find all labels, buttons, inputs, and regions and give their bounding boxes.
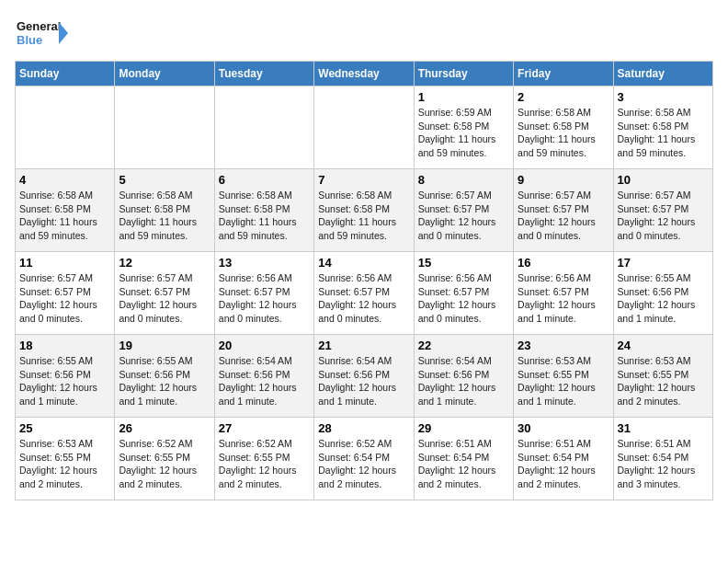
day-info: Sunrise: 6:58 AM Sunset: 6:58 PM Dayligh…	[219, 189, 310, 243]
day-number: 1	[418, 90, 509, 104]
calendar-cell: 29Sunrise: 6:51 AM Sunset: 6:54 PM Dayli…	[414, 418, 513, 500]
day-info: Sunrise: 6:52 AM Sunset: 6:54 PM Dayligh…	[318, 437, 409, 491]
day-number: 22	[418, 339, 509, 352]
day-info: Sunrise: 6:51 AM Sunset: 6:54 PM Dayligh…	[518, 437, 609, 491]
day-number: 18	[19, 339, 110, 352]
calendar-cell: 2Sunrise: 6:58 AM Sunset: 6:58 PM Daylig…	[514, 86, 613, 169]
day-number: 3	[618, 90, 709, 104]
calendar-cell: 18Sunrise: 6:55 AM Sunset: 6:56 PM Dayli…	[16, 335, 115, 418]
calendar-cell: 27Sunrise: 6:52 AM Sunset: 6:55 PM Dayli…	[214, 418, 313, 500]
day-info: Sunrise: 6:55 AM Sunset: 6:56 PM Dayligh…	[618, 271, 709, 326]
calendar-cell	[314, 86, 414, 169]
calendar-cell: 3Sunrise: 6:58 AM Sunset: 6:58 PM Daylig…	[613, 86, 712, 169]
calendar-cell	[214, 86, 313, 169]
day-info: Sunrise: 6:56 AM Sunset: 6:57 PM Dayligh…	[219, 271, 310, 326]
day-number: 26	[119, 421, 210, 435]
day-info: Sunrise: 6:53 AM Sunset: 6:55 PM Dayligh…	[618, 354, 709, 408]
day-info: Sunrise: 6:55 AM Sunset: 6:56 PM Dayligh…	[119, 354, 210, 408]
calendar-cell: 12Sunrise: 6:57 AM Sunset: 6:57 PM Dayli…	[115, 252, 214, 335]
day-info: Sunrise: 6:51 AM Sunset: 6:54 PM Dayligh…	[618, 437, 709, 491]
day-info: Sunrise: 6:54 AM Sunset: 6:56 PM Dayligh…	[219, 354, 310, 408]
day-number: 4	[19, 173, 110, 187]
calendar-cell: 10Sunrise: 6:57 AM Sunset: 6:57 PM Dayli…	[613, 169, 712, 252]
calendar-cell: 21Sunrise: 6:54 AM Sunset: 6:56 PM Dayli…	[314, 335, 414, 418]
weekday-monday: Monday	[115, 62, 214, 86]
calendar-cell: 5Sunrise: 6:58 AM Sunset: 6:58 PM Daylig…	[115, 169, 214, 252]
calendar-cell	[16, 86, 115, 169]
day-info: Sunrise: 6:59 AM Sunset: 6:58 PM Dayligh…	[418, 106, 509, 160]
day-number: 7	[318, 173, 409, 187]
calendar-cell: 13Sunrise: 6:56 AM Sunset: 6:57 PM Dayli…	[214, 252, 313, 335]
day-number: 14	[318, 256, 409, 270]
day-info: Sunrise: 6:58 AM Sunset: 6:58 PM Dayligh…	[518, 106, 609, 160]
day-info: Sunrise: 6:58 AM Sunset: 6:58 PM Dayligh…	[318, 189, 409, 243]
calendar-week-4: 18Sunrise: 6:55 AM Sunset: 6:56 PM Dayli…	[16, 335, 713, 418]
day-number: 23	[518, 339, 609, 352]
calendar-week-1: 1Sunrise: 6:59 AM Sunset: 6:58 PM Daylig…	[16, 86, 713, 169]
day-info: Sunrise: 6:57 AM Sunset: 6:57 PM Dayligh…	[119, 271, 210, 326]
day-info: Sunrise: 6:56 AM Sunset: 6:57 PM Dayligh…	[418, 271, 509, 326]
calendar-table: SundayMondayTuesdayWednesdayThursdayFrid…	[15, 61, 713, 500]
day-number: 31	[618, 421, 709, 435]
calendar-week-5: 25Sunrise: 6:53 AM Sunset: 6:55 PM Dayli…	[16, 418, 713, 500]
calendar-cell: 22Sunrise: 6:54 AM Sunset: 6:56 PM Dayli…	[414, 335, 513, 418]
day-number: 30	[518, 421, 609, 435]
day-info: Sunrise: 6:52 AM Sunset: 6:55 PM Dayligh…	[219, 437, 310, 491]
day-number: 8	[418, 173, 509, 187]
day-number: 17	[618, 256, 709, 270]
day-info: Sunrise: 6:53 AM Sunset: 6:55 PM Dayligh…	[19, 437, 110, 491]
calendar-cell: 4Sunrise: 6:58 AM Sunset: 6:58 PM Daylig…	[16, 169, 115, 252]
logo: GeneralBlue	[15, 15, 70, 52]
weekday-tuesday: Tuesday	[214, 62, 313, 86]
weekday-saturday: Saturday	[613, 62, 712, 86]
day-number: 9	[518, 173, 609, 187]
calendar-cell: 26Sunrise: 6:52 AM Sunset: 6:55 PM Dayli…	[115, 418, 214, 500]
day-info: Sunrise: 6:57 AM Sunset: 6:57 PM Dayligh…	[19, 271, 110, 326]
calendar-body: 1Sunrise: 6:59 AM Sunset: 6:58 PM Daylig…	[16, 86, 713, 500]
day-number: 19	[119, 339, 210, 352]
day-number: 12	[119, 256, 210, 270]
day-number: 21	[318, 339, 409, 352]
weekday-sunday: Sunday	[16, 62, 115, 86]
day-number: 5	[119, 173, 210, 187]
calendar-cell: 19Sunrise: 6:55 AM Sunset: 6:56 PM Dayli…	[115, 335, 214, 418]
calendar-cell: 31Sunrise: 6:51 AM Sunset: 6:54 PM Dayli…	[613, 418, 712, 500]
day-info: Sunrise: 6:57 AM Sunset: 6:57 PM Dayligh…	[618, 189, 709, 243]
day-number: 2	[518, 90, 609, 104]
day-number: 16	[518, 256, 609, 270]
calendar-cell: 9Sunrise: 6:57 AM Sunset: 6:57 PM Daylig…	[514, 169, 613, 252]
day-number: 29	[418, 421, 509, 435]
day-info: Sunrise: 6:55 AM Sunset: 6:56 PM Dayligh…	[19, 354, 110, 408]
day-number: 11	[19, 256, 110, 270]
calendar-cell: 28Sunrise: 6:52 AM Sunset: 6:54 PM Dayli…	[314, 418, 414, 500]
day-info: Sunrise: 6:57 AM Sunset: 6:57 PM Dayligh…	[418, 189, 509, 243]
weekday-friday: Friday	[514, 62, 613, 86]
day-info: Sunrise: 6:54 AM Sunset: 6:56 PM Dayligh…	[418, 354, 509, 408]
day-info: Sunrise: 6:53 AM Sunset: 6:55 PM Dayligh…	[518, 354, 609, 408]
calendar-cell: 30Sunrise: 6:51 AM Sunset: 6:54 PM Dayli…	[514, 418, 613, 500]
calendar-cell: 16Sunrise: 6:56 AM Sunset: 6:57 PM Dayli…	[514, 252, 613, 335]
calendar-cell: 23Sunrise: 6:53 AM Sunset: 6:55 PM Dayli…	[514, 335, 613, 418]
weekday-header-row: SundayMondayTuesdayWednesdayThursdayFrid…	[16, 62, 713, 86]
calendar-cell: 7Sunrise: 6:58 AM Sunset: 6:58 PM Daylig…	[314, 169, 414, 252]
day-info: Sunrise: 6:58 AM Sunset: 6:58 PM Dayligh…	[119, 189, 210, 243]
day-info: Sunrise: 6:56 AM Sunset: 6:57 PM Dayligh…	[518, 271, 609, 326]
day-info: Sunrise: 6:56 AM Sunset: 6:57 PM Dayligh…	[318, 271, 409, 326]
calendar-cell: 14Sunrise: 6:56 AM Sunset: 6:57 PM Dayli…	[314, 252, 414, 335]
calendar-cell: 6Sunrise: 6:58 AM Sunset: 6:58 PM Daylig…	[214, 169, 313, 252]
calendar-cell: 20Sunrise: 6:54 AM Sunset: 6:56 PM Dayli…	[214, 335, 313, 418]
day-info: Sunrise: 6:52 AM Sunset: 6:55 PM Dayligh…	[119, 437, 210, 491]
day-number: 25	[19, 421, 110, 435]
day-number: 27	[219, 421, 310, 435]
svg-marker-2	[59, 22, 68, 44]
day-number: 24	[618, 339, 709, 352]
day-number: 13	[219, 256, 310, 270]
calendar-cell: 15Sunrise: 6:56 AM Sunset: 6:57 PM Dayli…	[414, 252, 513, 335]
calendar-cell: 24Sunrise: 6:53 AM Sunset: 6:55 PM Dayli…	[613, 335, 712, 418]
calendar-cell	[115, 86, 214, 169]
calendar-cell: 25Sunrise: 6:53 AM Sunset: 6:55 PM Dayli…	[16, 418, 115, 500]
page-header: GeneralBlue	[15, 15, 713, 52]
day-number: 28	[318, 421, 409, 435]
weekday-thursday: Thursday	[414, 62, 513, 86]
day-number: 20	[219, 339, 310, 352]
